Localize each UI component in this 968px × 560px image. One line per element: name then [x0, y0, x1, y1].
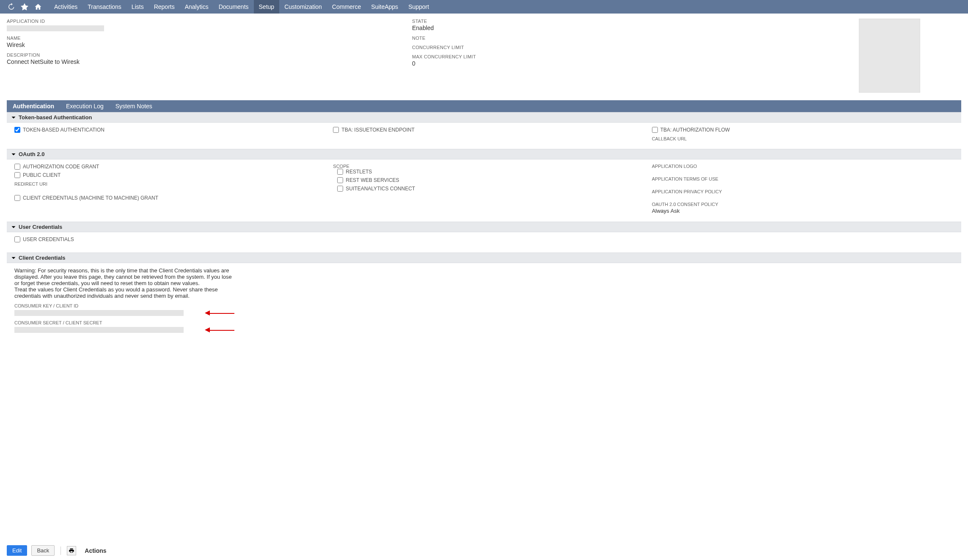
menu-commerce[interactable]: Commerce [327, 0, 366, 14]
public-client-label: PUBLIC CLIENT [23, 172, 60, 178]
client-cred-grant-checkbox[interactable]: CLIENT CREDENTIALS (MACHINE TO MACHINE) … [14, 195, 316, 201]
tba-auth-flow-input[interactable] [652, 127, 658, 133]
application-logo-preview [859, 19, 920, 93]
consumer-key-label: CONSUMER KEY / CLIENT ID [14, 303, 954, 308]
public-client-checkbox[interactable]: PUBLIC CLIENT [14, 172, 316, 178]
summary-fields: APPLICATION ID NAME Wiresk DESCRIPTION C… [7, 19, 961, 93]
consent-policy-value: Always Ask [652, 208, 954, 214]
user-credentials-label: USER CREDENTIALS [23, 236, 74, 242]
tba-issuetoken-label: TBA: ISSUETOKEN ENDPOINT [341, 127, 414, 133]
menu-lists[interactable]: Lists [126, 0, 149, 14]
auth-code-grant-label: AUTHORIZATION CODE GRANT [23, 164, 99, 170]
client-cred-warning: Warning: For security reasons, this is t… [14, 267, 234, 299]
user-credentials-checkbox[interactable]: USER CREDENTIALS [14, 236, 954, 242]
callback-url-label: CALLBACK URL [652, 136, 954, 141]
menu-setup[interactable]: Setup [254, 0, 280, 14]
token-based-auth-input[interactable] [14, 127, 20, 133]
menu-documents[interactable]: Documents [214, 0, 254, 14]
section-header-oauth[interactable]: OAuth 2.0 [7, 149, 961, 159]
subtab-authentication[interactable]: Authentication [7, 100, 60, 112]
state-value: Enabled [412, 25, 800, 31]
application-id-label: APPLICATION ID [7, 19, 395, 24]
sa-connect-input[interactable] [337, 186, 343, 192]
subtab-execution-log[interactable]: Execution Log [60, 100, 110, 112]
description-label: DESCRIPTION [7, 52, 395, 58]
consumer-secret-value [14, 327, 184, 333]
app-terms-label: APPLICATION TERMS OF USE [652, 176, 954, 181]
sa-connect-label: SUITEANALYTICS CONNECT [346, 186, 415, 192]
tba-issuetoken-input[interactable] [333, 127, 339, 133]
page-content: APPLICATION ID NAME Wiresk DESCRIPTION C… [0, 14, 968, 379]
rest-ws-checkbox[interactable]: REST WEB SERVICES [337, 177, 635, 183]
client-cred-grant-label: CLIENT CREDENTIALS (MACHINE TO MACHINE) … [23, 195, 158, 201]
rest-ws-input[interactable] [337, 177, 343, 183]
chevron-down-icon [11, 255, 16, 261]
app-privacy-label: APPLICATION PRIVACY POLICY [652, 189, 954, 194]
sa-connect-checkbox[interactable]: SUITEANALYTICS CONNECT [337, 186, 635, 192]
top-nav: Activities Transactions Lists Reports An… [0, 0, 968, 14]
section-title-oauth: OAuth 2.0 [19, 151, 44, 157]
concurrency-limit-label: CONCURRENCY LIMIT [412, 45, 800, 50]
state-label: STATE [412, 19, 800, 24]
scope-label: SCOPE [333, 164, 635, 169]
subtabs: Authentication Execution Log System Note… [7, 100, 961, 112]
app-logo-label: APPLICATION LOGO [652, 164, 954, 169]
section-header-client-cred[interactable]: Client Credentials [7, 253, 961, 263]
auth-code-grant-input[interactable] [14, 164, 20, 170]
recent-records-icon[interactable] [5, 1, 17, 13]
chevron-down-icon [11, 225, 16, 230]
tba-issuetoken-checkbox[interactable]: TBA: ISSUETOKEN ENDPOINT [333, 127, 635, 133]
max-concurrency-limit-value: 0 [412, 60, 800, 67]
restlets-input[interactable] [337, 169, 343, 175]
consumer-secret-label: CONSUMER SECRET / CLIENT SECRET [14, 320, 954, 325]
menu-customization[interactable]: Customization [279, 0, 327, 14]
restlets-checkbox[interactable]: RESTLETS [337, 169, 635, 175]
subtab-system-notes[interactable]: System Notes [110, 100, 158, 112]
chevron-down-icon [11, 115, 16, 120]
redirect-uri-label: REDIRECT URI [14, 181, 316, 187]
token-based-auth-checkbox[interactable]: TOKEN-BASED AUTHENTICATION [14, 127, 316, 133]
chevron-down-icon [11, 152, 16, 157]
menu-suiteapps[interactable]: SuiteApps [366, 0, 403, 14]
public-client-input[interactable] [14, 172, 20, 178]
consent-policy-label: OAUTH 2.0 CONSENT POLICY [652, 202, 954, 207]
name-label: NAME [7, 36, 395, 41]
menu-reports[interactable]: Reports [149, 0, 180, 14]
menu-support[interactable]: Support [403, 0, 434, 14]
application-id-value [7, 25, 104, 31]
section-header-tba[interactable]: Token-based Authentication [7, 112, 961, 123]
name-value: Wiresk [7, 41, 395, 48]
restlets-label: RESTLETS [346, 169, 372, 175]
tba-auth-flow-checkbox[interactable]: TBA: AUTHORIZATION FLOW [652, 127, 954, 133]
section-title-user-cred: User Credentials [19, 224, 62, 230]
description-value: Connect NetSuite to Wiresk [7, 58, 395, 65]
menu-activities[interactable]: Activities [49, 0, 82, 14]
section-title-tba: Token-based Authentication [19, 114, 92, 121]
auth-code-grant-checkbox[interactable]: AUTHORIZATION CODE GRANT [14, 164, 316, 170]
section-header-user-cred[interactable]: User Credentials [7, 222, 961, 232]
section-title-client-cred: Client Credentials [19, 255, 66, 261]
menu-analytics[interactable]: Analytics [180, 0, 214, 14]
rest-ws-label: REST WEB SERVICES [346, 177, 399, 183]
tba-auth-flow-label: TBA: AUTHORIZATION FLOW [660, 127, 730, 133]
user-credentials-input[interactable] [14, 236, 20, 242]
client-cred-grant-input[interactable] [14, 195, 20, 201]
main-menu: Activities Transactions Lists Reports An… [49, 0, 434, 14]
token-based-auth-label: TOKEN-BASED AUTHENTICATION [23, 127, 104, 133]
note-label: NOTE [412, 36, 800, 41]
consumer-key-value [14, 310, 184, 316]
max-concurrency-limit-label: MAX CONCURRENCY LIMIT [412, 54, 800, 59]
favorites-icon[interactable] [19, 1, 30, 13]
home-icon[interactable] [32, 1, 44, 13]
menu-transactions[interactable]: Transactions [82, 0, 126, 14]
